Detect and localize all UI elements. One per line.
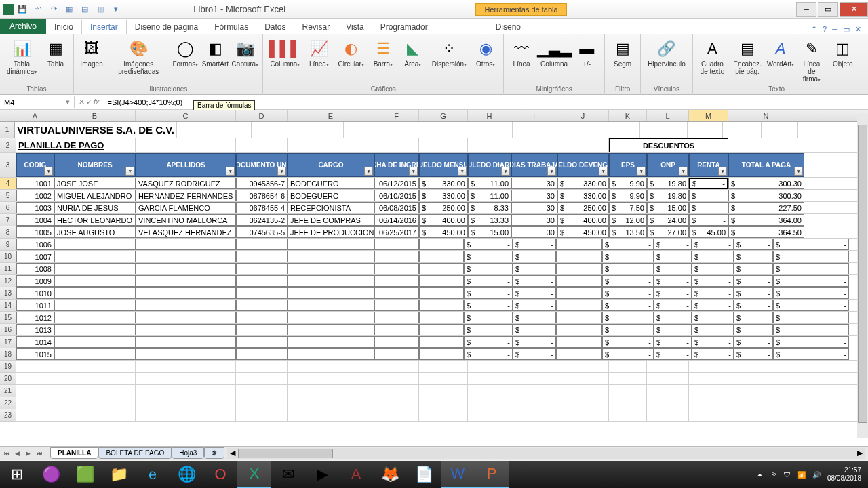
cell[interactable]: [688, 122, 723, 138]
cell[interactable]: [468, 385, 511, 396]
filter-button[interactable]: ▾: [409, 167, 418, 176]
minimize-ribbon-icon[interactable]: ⌃: [811, 25, 817, 34]
cell[interactable]: [136, 239, 236, 250]
cell[interactable]: [511, 373, 557, 384]
cell[interactable]: [136, 263, 236, 274]
table-header[interactable]: CARGO▾: [288, 153, 374, 177]
clipart-button[interactable]: 🎨Imágenes prediseñadas: [108, 37, 169, 77]
cell[interactable]: $-: [513, 263, 556, 274]
tab-revisar[interactable]: Revisar: [294, 20, 338, 34]
cell[interactable]: [374, 361, 419, 372]
word-icon[interactable]: W: [441, 461, 475, 488]
cell[interactable]: [723, 122, 762, 138]
nombres-cell[interactable]: HECTOR LEONARDO: [54, 214, 136, 226]
enter-formula-icon[interactable]: ✓: [86, 98, 92, 106]
cell[interactable]: $-: [602, 348, 654, 360]
cell[interactable]: $-: [654, 324, 692, 336]
col-header[interactable]: G: [419, 110, 468, 121]
col-header[interactable]: F: [374, 110, 419, 121]
cell[interactable]: [136, 336, 236, 348]
cell[interactable]: $-: [654, 251, 692, 262]
codigo-cell[interactable]: 1004: [16, 214, 54, 226]
fecha-cell[interactable]: 06/14/2016: [374, 214, 419, 226]
table-header[interactable]: ONP▾: [647, 153, 689, 177]
sueldo-devengado-cell[interactable]: $330.00: [557, 190, 609, 201]
codigo-cell[interactable]: 1008: [16, 263, 54, 274]
video-icon[interactable]: ▶: [305, 461, 339, 488]
cell[interactable]: [647, 361, 689, 372]
fecha-cell[interactable]: 06/10/2015: [374, 190, 419, 201]
cell[interactable]: [557, 397, 609, 409]
cell[interactable]: [557, 385, 609, 396]
cell[interactable]: [136, 324, 236, 336]
cell[interactable]: [54, 275, 136, 287]
sheet-nav-next-icon[interactable]: ▶: [26, 450, 35, 457]
screenshot-button[interactable]: 📷Captura: [231, 37, 258, 70]
cell[interactable]: [640, 122, 688, 138]
cell[interactable]: $-: [692, 251, 734, 262]
cell[interactable]: [54, 348, 136, 360]
cell[interactable]: [16, 373, 54, 384]
sheet-nav-prev-icon[interactable]: ◀: [15, 450, 24, 457]
cell[interactable]: [647, 373, 689, 384]
undo-icon[interactable]: ↶: [31, 3, 45, 16]
codigo-cell[interactable]: 1015: [16, 348, 54, 360]
cell[interactable]: [54, 263, 136, 274]
filter-button[interactable]: ▾: [277, 167, 286, 176]
cell[interactable]: [557, 138, 609, 152]
documento-cell[interactable]: 0878654-6: [236, 190, 288, 201]
cell[interactable]: [419, 251, 464, 262]
cancel-formula-icon[interactable]: ✕: [79, 98, 85, 106]
table-header[interactable]: CODIG▾: [16, 153, 54, 177]
nombres-cell[interactable]: MIGUEL ALEJANDRO: [54, 190, 136, 201]
line-chart-button[interactable]: 📈Línea: [305, 37, 332, 70]
table-header[interactable]: APELLIDOS▾: [136, 153, 236, 177]
image-button[interactable]: 🖼Imagen: [78, 37, 105, 69]
cell[interactable]: $-: [654, 312, 692, 323]
cell[interactable]: [236, 361, 288, 372]
cell[interactable]: $-: [513, 348, 556, 360]
sueldo-mensual-cell[interactable]: $330.00: [419, 190, 468, 201]
codigo-cell[interactable]: 1003: [16, 202, 54, 214]
row-header[interactable]: 15: [0, 312, 16, 323]
cell[interactable]: [468, 138, 511, 152]
nombres-cell[interactable]: NURIA DE JESUS: [54, 202, 136, 214]
dias-cell[interactable]: 30: [511, 190, 557, 201]
codigo-cell[interactable]: 1007: [16, 251, 54, 262]
documento-cell[interactable]: 0678455-4: [236, 202, 288, 214]
qat-icon[interactable]: ▤: [78, 3, 92, 16]
documento-cell[interactable]: 0624135-2: [236, 214, 288, 226]
new-sheet-button[interactable]: ❋: [204, 447, 224, 459]
sheet-tab-hoja3[interactable]: Hoja3: [172, 447, 204, 459]
cell[interactable]: $-: [464, 348, 513, 360]
cell[interactable]: [374, 373, 419, 384]
sueldo-diario-cell[interactable]: $15.00: [468, 226, 511, 238]
cell[interactable]: [556, 287, 602, 299]
filter-button[interactable]: ▾: [458, 167, 467, 176]
taskbar-app[interactable]: 🟣: [34, 461, 68, 488]
cell[interactable]: [647, 409, 689, 421]
cell[interactable]: $-: [773, 275, 849, 287]
cell[interactable]: [252, 122, 344, 138]
cell[interactable]: [557, 373, 609, 384]
cell[interactable]: [556, 263, 602, 274]
table-tools-tab[interactable]: Herramientas de tabla: [475, 3, 566, 16]
total-cell[interactable]: $300.30: [728, 178, 804, 189]
sueldo-diario-cell[interactable]: $8.33: [468, 202, 511, 214]
cell[interactable]: $-: [464, 312, 513, 323]
row-header[interactable]: 9: [0, 239, 16, 250]
cell[interactable]: [689, 385, 728, 396]
pivot-table-button[interactable]: 📊Tabla dinámica: [4, 37, 39, 77]
codigo-cell[interactable]: 1005: [16, 226, 54, 238]
cell[interactable]: [54, 138, 136, 152]
cell[interactable]: [236, 409, 288, 421]
cell[interactable]: [556, 251, 602, 262]
cell[interactable]: [556, 336, 602, 348]
dias-cell[interactable]: 30: [511, 202, 557, 214]
table-header[interactable]: EPS▾: [609, 153, 647, 177]
descuentos-header[interactable]: DESCUENTOS: [609, 138, 728, 152]
col-header[interactable]: J: [557, 110, 609, 121]
cell[interactable]: [762, 122, 798, 138]
taskbar-app[interactable]: 📄: [407, 461, 441, 488]
row-header[interactable]: 5: [0, 190, 16, 201]
